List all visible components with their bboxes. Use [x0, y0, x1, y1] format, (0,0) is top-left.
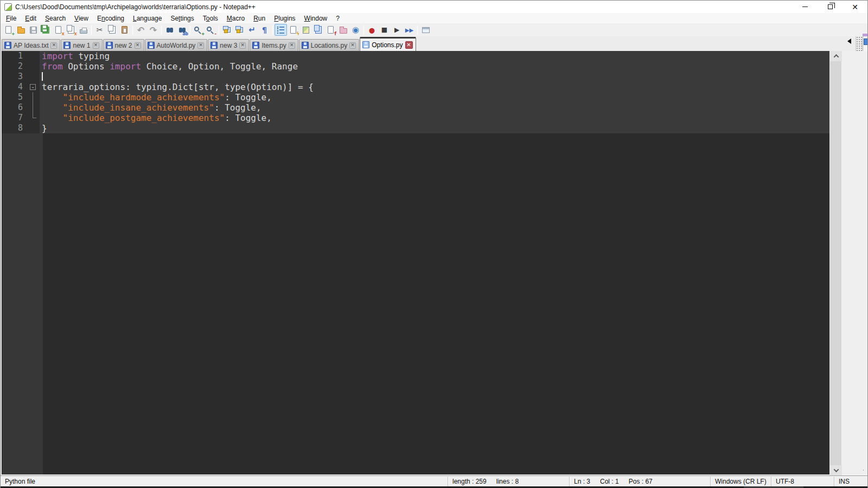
- word-wrap-button[interactable]: ↵: [246, 24, 258, 36]
- tab-close-icon[interactable]: ✕: [197, 42, 204, 49]
- code-line-4[interactable]: 4-terraria_options: typing.Dict[str, typ…: [2, 82, 829, 92]
- tab-close-icon[interactable]: ✕: [135, 42, 141, 49]
- paste-button[interactable]: [118, 24, 131, 36]
- code-text[interactable]: from Options import Choice, Option, Togg…: [40, 61, 829, 72]
- menu-run[interactable]: Run: [249, 14, 270, 23]
- line-number[interactable]: 2: [2, 61, 28, 72]
- show-indent-guide-button[interactable]: [275, 24, 287, 36]
- token-def: terraria_options: typing.Dict[str, type(…: [42, 82, 314, 92]
- menu-view[interactable]: View: [70, 14, 93, 23]
- close-file-button[interactable]: x: [52, 24, 65, 36]
- undo-button[interactable]: ↶: [135, 24, 147, 36]
- line-number[interactable]: 7: [2, 113, 28, 123]
- code-text[interactable]: }: [40, 123, 829, 133]
- folder-as-workspace-button[interactable]: [337, 24, 349, 36]
- tab-close-icon[interactable]: ✕: [50, 42, 57, 49]
- run-macro-multiple-times-button[interactable]: ▶▶: [403, 24, 416, 36]
- stop-recording-macro-button[interactable]: ■: [378, 24, 391, 36]
- code-line-1[interactable]: 1import typing: [2, 51, 829, 61]
- code-line-8[interactable]: 8}: [2, 123, 829, 133]
- tab-close-icon[interactable]: ✕: [93, 42, 99, 49]
- status-insert-mode[interactable]: INS: [834, 477, 867, 486]
- menu-edit[interactable]: Edit: [21, 14, 41, 23]
- tab-close-icon[interactable]: ✕: [239, 42, 246, 49]
- save-recorded-macro-button[interactable]: [419, 24, 432, 36]
- line-number[interactable]: 8: [2, 123, 28, 133]
- monitoring-button[interactable]: ◉: [349, 24, 362, 36]
- tab-autoworld-py[interactable]: AutoWorld.py✕: [145, 39, 208, 51]
- tab-scroll-left-icon[interactable]: [845, 38, 851, 44]
- restore-button[interactable]: [818, 1, 843, 13]
- user-defined-language-button[interactable]: ϟ: [287, 24, 299, 36]
- synchronize-vertical-scrolling-button[interactable]: [221, 24, 233, 36]
- menu-macro[interactable]: Macro: [222, 14, 249, 23]
- status-position[interactable]: Ln : 3 Col : 1 Pos : 67: [569, 477, 710, 486]
- playback-macro-button[interactable]: ▶: [391, 24, 403, 36]
- editor[interactable]: 1import typing2from Options import Choic…: [1, 51, 829, 476]
- vertical-scrollbar[interactable]: [829, 51, 841, 476]
- line-number[interactable]: 5: [2, 92, 28, 102]
- tab-options-py[interactable]: Options.py✕: [360, 37, 416, 51]
- tab-items-py[interactable]: Items.py✕: [250, 39, 298, 51]
- menu-tools[interactable]: Tools: [199, 14, 222, 23]
- status-encoding[interactable]: UTF-8: [771, 477, 834, 486]
- document-map-button[interactable]: [299, 24, 312, 36]
- open-file-button[interactable]: [15, 24, 27, 36]
- code-line-2[interactable]: 2from Options import Choice, Option, Tog…: [2, 61, 829, 72]
- line-number[interactable]: 4: [2, 82, 28, 92]
- tab-locations-py[interactable]: Locations.py✕: [299, 39, 359, 51]
- menu-search[interactable]: Search: [41, 14, 70, 23]
- code-text[interactable]: [40, 72, 829, 82]
- code-line-5[interactable]: 5 "include_hardmode_achievements": Toggl…: [2, 92, 829, 102]
- line-number[interactable]: 6: [2, 102, 28, 113]
- code-line-6[interactable]: 6 "include_insane_achievements": Toggle,: [2, 102, 829, 113]
- code-text[interactable]: "include_postgame_achievements": Toggle,: [40, 113, 829, 123]
- menu-encoding[interactable]: Encoding: [93, 14, 129, 23]
- line-number[interactable]: 1: [2, 51, 28, 61]
- zoom-out-button[interactable]: -: [205, 24, 217, 36]
- tab-close-icon[interactable]: ✕: [349, 42, 356, 49]
- new-file-button[interactable]: +: [2, 24, 15, 36]
- menu-window[interactable]: Window: [300, 14, 332, 23]
- close-button[interactable]: ✕: [843, 1, 867, 13]
- tab-close-icon[interactable]: ✕: [289, 42, 295, 49]
- code-line-7[interactable]: 7 "include_postgame_achievements": Toggl…: [2, 113, 829, 123]
- menu-file[interactable]: File: [2, 14, 21, 23]
- minimize-button[interactable]: [793, 1, 818, 13]
- synchronize-horizontal-scrolling-button[interactable]: [233, 24, 246, 36]
- start-recording-macro-button[interactable]: ●: [366, 24, 378, 36]
- scroll-down-button[interactable]: [830, 465, 842, 476]
- menu-settings[interactable]: Settings: [166, 14, 198, 23]
- cut-button[interactable]: ✂: [93, 24, 106, 36]
- code-text[interactable]: terraria_options: typing.Dict[str, type(…: [40, 82, 829, 92]
- menu-[interactable]: ?: [331, 14, 344, 23]
- status-eol[interactable]: Windows (CR LF): [710, 477, 771, 486]
- tab-new-1[interactable]: new 1✕: [61, 39, 102, 51]
- tab-close-icon[interactable]: ✕: [405, 41, 413, 49]
- save-button[interactable]: [27, 24, 40, 36]
- close-all-files-button[interactable]: x: [65, 24, 77, 36]
- function-list-button[interactable]: f: [324, 24, 337, 36]
- save-all-button[interactable]: [40, 24, 52, 36]
- code-text[interactable]: "include_insane_achievements": Toggle,: [40, 102, 829, 113]
- show-all-characters-button[interactable]: ¶: [258, 24, 271, 36]
- document-list-button[interactable]: [312, 24, 324, 36]
- zoom-in-button[interactable]: +: [192, 24, 205, 36]
- replace-button[interactable]: ab: [176, 24, 188, 36]
- menu-plugins[interactable]: Plugins: [270, 14, 299, 23]
- line-number[interactable]: 3: [2, 72, 28, 82]
- code-text[interactable]: import typing: [40, 51, 829, 61]
- fold-collapse-icon[interactable]: -: [30, 84, 36, 90]
- menu-language[interactable]: Language: [129, 14, 166, 23]
- tab-new-3[interactable]: new 3✕: [208, 39, 249, 51]
- tab-new-2[interactable]: new 2✕: [103, 39, 144, 51]
- scroll-up-button[interactable]: [830, 51, 842, 61]
- code-text[interactable]: "include_hardmode_achievements": Toggle,: [40, 92, 829, 102]
- code-line-3[interactable]: 3: [2, 72, 829, 82]
- print-button[interactable]: [77, 24, 90, 36]
- tab-ap-ideas-txt[interactable]: AP Ideas.txt✕: [2, 39, 60, 51]
- copy-icon: [108, 25, 113, 31]
- redo-button[interactable]: ↷: [147, 24, 159, 36]
- copy-button[interactable]: [106, 24, 118, 36]
- find-button[interactable]: [163, 24, 176, 36]
